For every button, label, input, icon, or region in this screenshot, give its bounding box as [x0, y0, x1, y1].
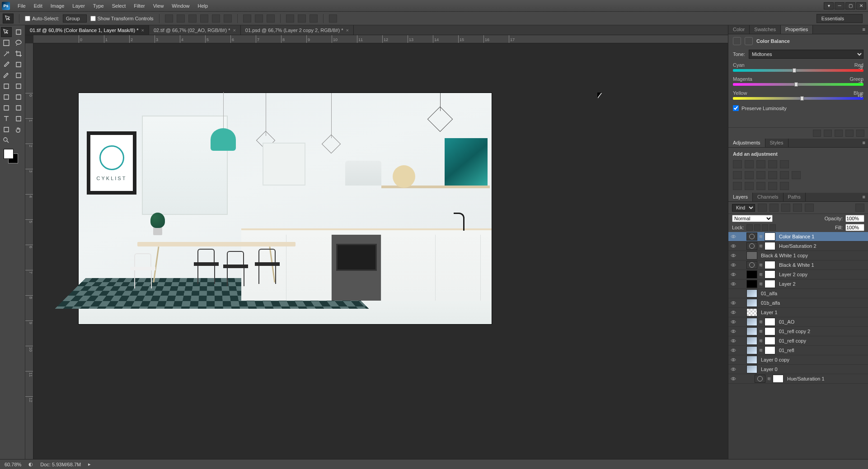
history-tool[interactable] [1, 81, 12, 91]
layer-row[interactable]: ⛓Color Balance 1 [728, 232, 868, 241]
layer-name[interactable]: Black & White 1 [777, 262, 814, 268]
curves-icon[interactable] [756, 160, 765, 168]
layer-visibility-icon[interactable] [730, 262, 737, 268]
layer-thumb[interactable] [746, 280, 757, 288]
layer-visibility-icon[interactable] [730, 319, 737, 325]
color-balance-slider-1[interactable]: MagentaGreen-4 [728, 74, 868, 86]
panel-menu-icon[interactable]: ≡ [860, 25, 868, 34]
delete-adjustment-icon[interactable] [856, 130, 864, 137]
color-lookup-icon[interactable] [792, 171, 801, 179]
layer-visibility-icon[interactable] [730, 271, 737, 278]
layer-name[interactable]: Layer 1 [759, 310, 778, 315]
artboard-tool[interactable] [13, 27, 24, 37]
stamp-tool[interactable] [13, 70, 24, 80]
gradient-map-icon[interactable] [768, 182, 777, 190]
layer-row[interactable]: ⛓Hue/Saturation 2 [728, 241, 868, 251]
close-tab-icon[interactable]: × [233, 28, 235, 33]
layer-name[interactable]: Hue/Saturation 1 [785, 376, 825, 381]
menu-window[interactable]: Window [168, 1, 193, 10]
layer-row[interactable]: ⛓01_refl copy 2 [728, 327, 868, 336]
layer-filter-kind[interactable]: Kind [732, 204, 755, 212]
layer-thumb[interactable] [746, 337, 757, 345]
layer-visibility-icon[interactable] [730, 366, 737, 372]
layer-name[interactable]: 01b_alfa [759, 300, 780, 306]
layer-name[interactable]: Layer 0 [759, 367, 778, 372]
layer-row[interactable]: ⛓01_AO [728, 317, 868, 327]
menu-image[interactable]: Image [47, 1, 69, 10]
auto-align-icon[interactable] [329, 14, 337, 23]
layer-thumb[interactable] [746, 308, 757, 316]
marquee-tool[interactable] [1, 38, 12, 48]
document-canvas[interactable]: CYKLIST [79, 93, 492, 324]
document-tab-1[interactable]: 02.tif @ 66,7% (02_AO, RGB/8#) *× [149, 25, 241, 35]
hand-tool[interactable] [13, 125, 24, 135]
wand-tool[interactable] [1, 49, 12, 59]
menu-select[interactable]: Select [108, 1, 130, 10]
hue-saturation-icon[interactable] [733, 171, 742, 179]
layer-visibility-icon[interactable] [730, 290, 737, 297]
distribute-left-icon[interactable] [286, 14, 294, 23]
dodge-tool[interactable] [1, 103, 12, 113]
layer-name[interactable]: 01_AO [777, 319, 794, 325]
opacity-input[interactable] [845, 215, 864, 222]
preserve-luminosity-checkbox[interactable]: Preserve Luminosity [728, 102, 868, 114]
layer-thumb[interactable] [746, 327, 757, 335]
layer-mask-thumb[interactable] [765, 280, 775, 288]
move-tool[interactable] [1, 27, 12, 37]
layer-row[interactable]: Layer 1 [728, 308, 868, 317]
filter-smart-icon[interactable] [805, 204, 814, 212]
layer-row[interactable]: ⛓Layer 2 [728, 279, 868, 289]
tab-adjustments[interactable]: Adjustments [728, 139, 765, 147]
photo-filter-icon[interactable] [768, 171, 777, 179]
view-previous-icon[interactable] [824, 130, 832, 137]
color-balance-adj-icon[interactable] [745, 171, 754, 179]
show-transform-controls-checkbox[interactable]: Show Transform Controls [90, 16, 154, 21]
collapse-button[interactable]: ▾ [824, 2, 834, 9]
layer-name[interactable]: Layer 2 copy [777, 272, 807, 277]
layers-list[interactable]: ⛓Color Balance 1⛓Hue/Saturation 2Black &… [728, 232, 868, 459]
layer-visibility-icon[interactable] [730, 328, 737, 334]
layer-mask-thumb[interactable] [765, 270, 775, 279]
layer-mask-thumb[interactable] [773, 375, 784, 383]
layer-name[interactable]: 01_refl [777, 348, 794, 353]
layer-visibility-icon[interactable] [730, 309, 737, 316]
distribute-hcenter-icon[interactable] [298, 14, 306, 23]
gradient-tool[interactable] [1, 92, 12, 102]
filter-shape-icon[interactable] [793, 204, 802, 212]
tab-swatches[interactable]: Swatches [750, 25, 781, 34]
levels-icon[interactable] [745, 160, 754, 168]
tab-properties[interactable]: Properties [781, 25, 813, 34]
layer-row[interactable]: ⛓Layer 2 copy [728, 270, 868, 279]
layer-mask-thumb[interactable] [765, 318, 775, 326]
exposure-icon[interactable] [768, 160, 777, 168]
align-top-icon[interactable] [200, 14, 208, 23]
menu-help[interactable]: Help [193, 1, 212, 10]
distribute-vcenter-icon[interactable] [255, 14, 263, 23]
layer-thumb[interactable] [746, 299, 757, 307]
panel-menu-icon[interactable]: ≡ [860, 139, 868, 147]
layer-name[interactable]: 01_refl copy [777, 338, 806, 344]
move-tool-indicator[interactable] [3, 14, 14, 23]
layer-thumb[interactable] [746, 318, 757, 326]
layer-mask-thumb[interactable] [765, 261, 775, 269]
layer-row[interactable]: Black & White 1 copy [728, 251, 868, 260]
zoom-tool[interactable] [1, 135, 12, 145]
lock-transparent-icon[interactable] [746, 224, 753, 231]
foreground-background-colors[interactable] [1, 148, 24, 166]
layer-name[interactable]: Hue/Saturation 2 [777, 243, 816, 249]
black-white-icon[interactable] [756, 171, 765, 179]
fill-input[interactable] [845, 224, 864, 231]
minimize-button[interactable]: ─ [835, 2, 845, 9]
close-button[interactable]: ✕ [856, 2, 866, 9]
layer-mask-thumb[interactable] [765, 232, 775, 241]
rectangle-tool[interactable] [1, 125, 12, 135]
layer-thumb[interactable] [746, 356, 757, 364]
workspace-switcher[interactable]: Essentials [816, 14, 863, 23]
layer-visibility-icon[interactable] [730, 338, 737, 344]
layer-visibility-icon[interactable] [730, 357, 737, 363]
menu-filter[interactable]: Filter [130, 1, 149, 10]
type-tool[interactable] [1, 114, 12, 124]
color-balance-slider-2[interactable]: YellowBlue+6 [728, 88, 868, 100]
distribute-bottom-icon[interactable] [267, 14, 275, 23]
auto-select-checkbox[interactable]: Auto-Select: [25, 16, 59, 21]
